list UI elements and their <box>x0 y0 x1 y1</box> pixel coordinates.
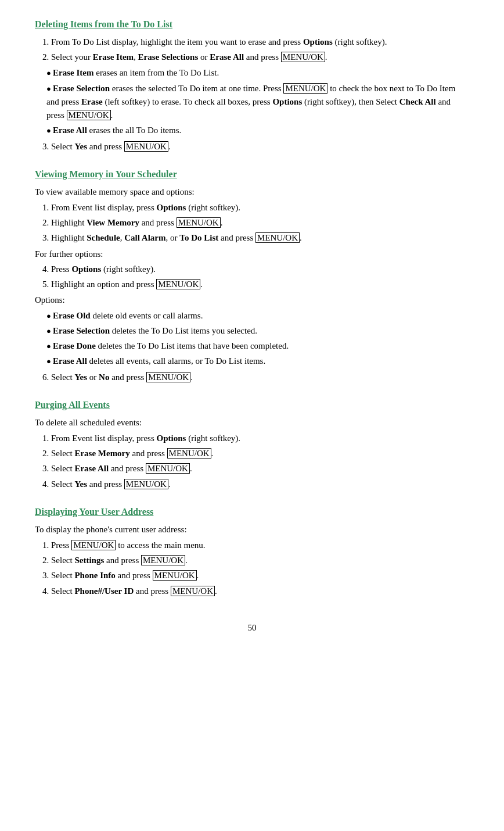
erase-memory-bold: Erase Memory <box>74 449 129 458</box>
phone-user-id-bold: Phone#/User ID <box>74 586 134 596</box>
menuok-box-p1: MENU/OK <box>167 448 211 459</box>
viewing-step-6-list: Select Yes or No and press MENU/OK. <box>51 371 469 384</box>
viewing-intro: To view available memory space and optio… <box>35 185 469 199</box>
menuok-box-2: MENU/OK <box>283 83 327 94</box>
erase-done-bold: Erase Done <box>53 341 96 350</box>
options-label: Options: <box>35 293 469 307</box>
viewing-bullets: Erase Old delete old events or call alar… <box>46 309 469 368</box>
section-viewing-memory: Viewing Memory in Your Scheduler To view… <box>35 167 469 384</box>
menuok-box-d2: MENU/OK <box>141 555 185 565</box>
deleting-steps: From To Do List display, highlight the i… <box>51 35 469 65</box>
options-bold-p1: Options <box>157 434 186 443</box>
yes-bold-p: Yes <box>74 479 87 489</box>
yes-bold-v: Yes <box>74 372 87 382</box>
menuok-box-p3: MENU/OK <box>124 479 168 489</box>
erase-old-bold: Erase Old <box>53 311 91 320</box>
purging-step-2: Select Erase Memory and press MENU/OK. <box>51 447 469 460</box>
displaying-step-1: Press MENU/OK to access the main menu. <box>51 539 469 552</box>
deleting-step3: Select Yes and press MENU/OK. <box>51 140 469 153</box>
erase-bold: Erase <box>81 97 103 106</box>
viewing-step-4: Press Options (right softkey). <box>51 263 469 276</box>
bullet-erase-all: Erase All erases the all To Do items. <box>46 124 469 137</box>
purging-step-1: From Event list display, press Options (… <box>51 432 469 445</box>
erase-all-bold-p: Erase All <box>74 464 109 473</box>
bullet-erase-selection: Erase Selection erases the selected To D… <box>46 82 469 123</box>
displaying-step-4: Select Phone#/User ID and press MENU/OK. <box>51 585 469 598</box>
call-alarm-bold: Call Alarm <box>124 233 165 242</box>
menuok-box-v4: MENU/OK <box>146 372 190 382</box>
viewing-step-1: From Event list display, press Options (… <box>51 201 469 214</box>
erase-all-bold-1: Erase All <box>53 126 87 135</box>
options-bold-2: Options <box>272 97 302 106</box>
deleting-step-1: From To Do List display, highlight the i… <box>51 35 469 49</box>
purging-step-4: Select Yes and press MENU/OK. <box>51 478 469 491</box>
viewing-steps-1: From Event list display, press Options (… <box>51 201 469 245</box>
displaying-intro: To display the phone's current user addr… <box>35 523 469 536</box>
options-bold-v1: Options <box>157 203 186 212</box>
purging-step-3: Select Erase All and press MENU/OK. <box>51 462 469 475</box>
section-purging: Purging All Events To delete all schedul… <box>35 398 469 491</box>
purging-steps: From Event list display, press Options (… <box>51 432 469 491</box>
section-title-viewing: Viewing Memory in Your Scheduler <box>35 167 469 182</box>
viewing-step-2: Highlight View Memory and press MENU/OK. <box>51 216 469 230</box>
options-bold-v2: Options <box>71 264 101 274</box>
options-label-1: Options <box>303 37 333 46</box>
page-number: 50 <box>35 621 469 635</box>
viewing-steps-2: Press Options (right softkey). Highlight… <box>51 263 469 292</box>
displaying-step-2: Select Settings and press MENU/OK. <box>51 554 469 567</box>
viewing-step-6: Select Yes or No and press MENU/OK. <box>51 371 469 384</box>
bullet-erase-item: Erase Item erases an item from the To Do… <box>46 66 469 80</box>
menuok-box-4: MENU/OK <box>124 141 168 152</box>
settings-bold: Settings <box>74 556 104 565</box>
todo-list-bold: To Do List <box>179 233 218 242</box>
erase-all-bold-v: Erase All <box>53 356 87 366</box>
section-deleting-items: Deleting Items from the To Do List From … <box>35 17 469 153</box>
menuok-box-d1: MENU/OK <box>71 540 116 550</box>
menuok-box-3: MENU/OK <box>67 110 111 120</box>
deleting-step-3: Select Yes and press MENU/OK. <box>51 140 469 153</box>
menuok-box-v1: MENU/OK <box>177 217 221 228</box>
section-title-displaying: Displaying Your User Address <box>35 505 469 520</box>
menuok-box-d3: MENU/OK <box>153 570 197 581</box>
phone-info-bold: Phone Info <box>74 571 115 580</box>
section-title-purging: Purging All Events <box>35 398 469 413</box>
view-memory-bold: View Memory <box>87 218 139 227</box>
erase-item-bold: Erase Item <box>53 68 93 77</box>
erase-selections-label: Erase Selections <box>138 52 199 62</box>
viewing-step-5: Highlight an option and press MENU/OK. <box>51 278 469 291</box>
menuok-box-d4: MENU/OK <box>171 586 215 596</box>
menuok-box-p2: MENU/OK <box>146 463 190 474</box>
displaying-step-3: Select Phone Info and press MENU/OK. <box>51 569 469 582</box>
menuok-box-1: MENU/OK <box>281 52 325 62</box>
deleting-step-2: Select your Erase Item, Erase Selections… <box>51 51 469 64</box>
further-options-text: For further options: <box>35 248 469 261</box>
section-title-deleting: Deleting Items from the To Do List <box>35 17 469 32</box>
erase-selection-bold-v: Erase Selection <box>53 326 110 335</box>
bullet-erase-done: Erase Done deletes the To Do List items … <box>46 339 469 353</box>
bullet-erase-all-v: Erase All deletes all events, call alarm… <box>46 354 469 368</box>
check-all-bold: Check All <box>399 97 436 106</box>
purging-intro: To delete all scheduled events: <box>35 416 469 429</box>
deleting-bullets: Erase Item erases an item from the To Do… <box>46 66 469 137</box>
bullet-erase-old: Erase Old delete old events or call alar… <box>46 309 469 323</box>
no-bold-v: No <box>99 372 109 382</box>
yes-bold-1: Yes <box>74 142 87 151</box>
menuok-box-v2: MENU/OK <box>255 232 300 243</box>
bullet-erase-selection-v: Erase Selection deletes the To Do List i… <box>46 324 469 338</box>
displaying-steps: Press MENU/OK to access the main menu. S… <box>51 539 469 598</box>
schedule-bold: Schedule <box>87 233 120 242</box>
erase-all-label-1: Erase All <box>210 52 244 62</box>
erase-selection-bold: Erase Selection <box>53 84 110 93</box>
section-displaying-address: Displaying Your User Address To display … <box>35 505 469 598</box>
erase-item-label: Erase Item <box>93 52 134 62</box>
menuok-box-v3: MENU/OK <box>156 279 200 289</box>
viewing-step-3: Highlight Schedule, Call Alarm, or To Do… <box>51 231 469 245</box>
